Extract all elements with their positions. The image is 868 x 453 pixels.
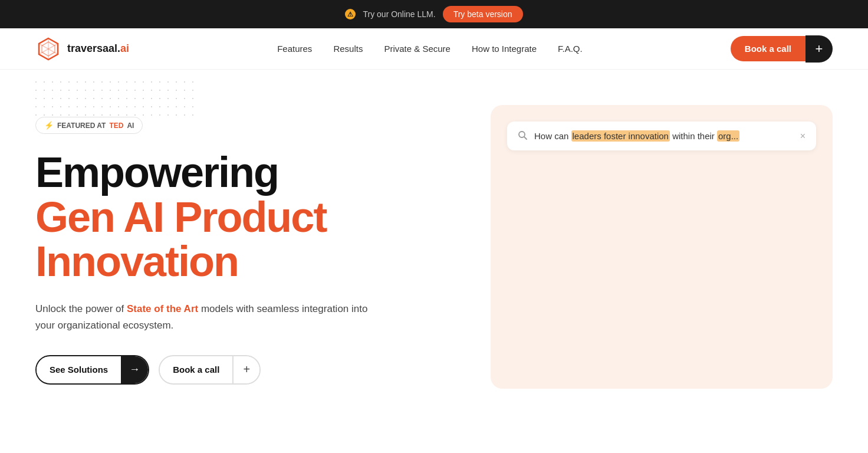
top-banner: ⚠ Try our Online LLM. Try beta version	[0, 0, 868, 28]
dot-grid-dot	[143, 90, 144, 91]
hero-description-pre: Unlock the power of	[35, 303, 127, 314]
try-beta-button[interactable]: Try beta version	[443, 6, 523, 22]
navbar: traversaal.ai Features Results Private &…	[0, 28, 868, 70]
dot-grid-dot	[35, 90, 37, 91]
badge-bolt-icon: ⚡	[44, 121, 54, 130]
logo[interactable]: traversaal.ai	[35, 36, 129, 62]
demo-search-bar[interactable]: How can leaders foster innovation within…	[507, 122, 816, 150]
dot-grid-dot	[184, 81, 185, 83]
dot-grid-dot	[176, 81, 177, 83]
dot-grid-dot	[110, 81, 111, 83]
hero-right-demo: How can leaders foster innovation within…	[491, 105, 833, 389]
nav-item-results[interactable]: Results	[333, 44, 363, 54]
dot-grid-dot	[68, 81, 70, 83]
dot-grid-dot	[60, 90, 61, 91]
dot-grid-dot	[134, 81, 136, 83]
demo-content-area	[507, 160, 816, 372]
hero-title-black: Empowering	[35, 149, 278, 196]
dot-grid-dot	[159, 90, 160, 91]
nav-item-private-secure[interactable]: Private & Secure	[384, 44, 451, 54]
dot-grid-dot	[85, 81, 86, 83]
search-highlight-leaders: leaders foster innovation	[571, 130, 670, 142]
see-solutions-label[interactable]: See Solutions	[37, 357, 121, 382]
dot-grid-dot	[68, 90, 70, 91]
search-clear-icon[interactable]: ×	[800, 131, 805, 142]
dot-grid-dot	[35, 81, 37, 83]
dot-grid-dot	[159, 81, 160, 83]
dot-grid-dot	[110, 90, 111, 91]
featured-badge: ⚡ FEATURED AT TED AI	[35, 117, 143, 134]
logo-text: traversaal.ai	[67, 42, 129, 55]
book-call-label[interactable]: Book a call	[160, 357, 232, 382]
nav-links: Features Results Private & Secure How to…	[277, 44, 583, 54]
svg-line-6	[524, 137, 527, 139]
hero-description: Unlock the power of State of the Art mod…	[35, 301, 377, 334]
badge-ai-text: AI	[127, 122, 134, 130]
dot-grid-dot	[77, 81, 78, 83]
search-icon	[518, 130, 527, 142]
dot-grid-dot	[151, 81, 152, 83]
banner-warning-text: Try our Online LLM.	[363, 9, 435, 19]
dot-grid-dot	[85, 90, 86, 91]
dot-grid-dot	[77, 90, 78, 91]
nav-item-features[interactable]: Features	[277, 44, 312, 54]
nav-item-how-to-integrate[interactable]: How to Integrate	[472, 44, 537, 54]
see-solutions-arrow-icon[interactable]: →	[121, 356, 148, 383]
badge-featured-text: FEATURED AT	[57, 122, 106, 130]
dot-grid-dot	[44, 81, 45, 83]
logo-icon	[35, 36, 61, 62]
dot-grid-dot	[60, 81, 61, 83]
dot-grid-dot	[44, 90, 45, 91]
dot-grid-dot	[167, 81, 169, 83]
dot-grid-dot	[126, 81, 127, 83]
dot-grid-dot	[93, 90, 94, 91]
dot-grid-dot	[143, 81, 144, 83]
search-highlight-org: org...	[717, 130, 739, 142]
dot-grid-dot	[192, 81, 193, 83]
dot-grid-dot	[151, 90, 152, 91]
search-query-text: How can leaders foster innovation within…	[534, 130, 793, 142]
demo-card: How can leaders foster innovation within…	[491, 105, 833, 389]
dot-grid-dot	[101, 90, 103, 91]
dot-grid-dot	[176, 90, 177, 91]
dot-grid-dot	[134, 90, 136, 91]
dot-grid-dot	[118, 90, 119, 91]
nav-cta: Book a call +	[731, 35, 833, 63]
dot-grid-dot	[101, 81, 103, 83]
hero-title-orange-line2: Innovation	[35, 239, 425, 284]
nav-book-call-plus-button[interactable]: +	[805, 35, 833, 63]
badge-ted-text: TED	[109, 122, 123, 130]
hero-title-orange-line1: Gen AI Product	[35, 195, 425, 240]
see-solutions-button[interactable]: See Solutions →	[35, 355, 149, 385]
warning-icon: ⚠	[345, 9, 356, 19]
dot-grid-dot	[52, 81, 53, 83]
dot-grid-dot	[118, 81, 119, 83]
dot-grid-dot	[192, 90, 193, 91]
dot-grid-dot	[93, 81, 94, 83]
hero-buttons: See Solutions → Book a call +	[35, 355, 425, 385]
nav-item-faq[interactable]: F.A.Q.	[558, 44, 583, 54]
book-call-plus-icon[interactable]: +	[232, 356, 259, 383]
dot-grid-dot	[126, 90, 127, 91]
hero-title: Empowering Gen AI Product Innovation	[35, 150, 425, 284]
book-call-button[interactable]: Book a call +	[159, 355, 261, 385]
dot-grid-dot	[52, 90, 53, 91]
dot-grid-dot	[167, 90, 169, 91]
hero-left-content: ⚡ FEATURED AT TED AI Empowering Gen AI P…	[35, 99, 425, 385]
hero-description-highlight: State of the Art	[127, 303, 198, 314]
hero-section: // Will render dots via JS below ⚡ FEATU…	[0, 70, 868, 453]
dot-grid-dot	[184, 90, 185, 91]
nav-book-call-button[interactable]: Book a call	[731, 36, 805, 61]
